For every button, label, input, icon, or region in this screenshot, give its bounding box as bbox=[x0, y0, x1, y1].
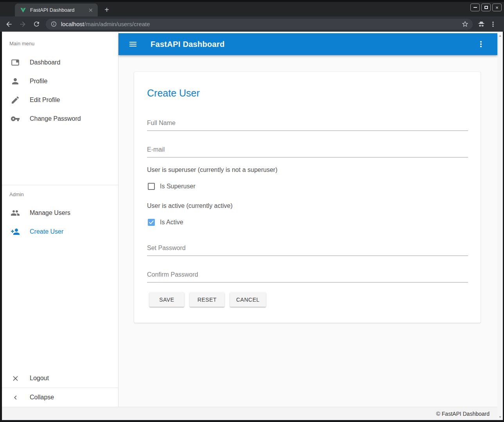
bookmark-star-icon[interactable] bbox=[461, 20, 469, 28]
sidebar-section-main-menu: Main menu bbox=[2, 41, 118, 47]
people-icon bbox=[11, 208, 20, 218]
url-text: localhost/main/admin/users/create bbox=[61, 21, 461, 27]
page-info-icon[interactable] bbox=[50, 21, 57, 27]
app-title: FastAPI Dashboard bbox=[151, 40, 225, 49]
sidebar-item-label: Logout bbox=[30, 375, 49, 382]
key-icon bbox=[11, 114, 20, 123]
sidebar-divider bbox=[2, 185, 118, 185]
pencil-icon bbox=[11, 95, 20, 105]
checkbox-label: Is Active bbox=[160, 219, 183, 226]
scroll-up-icon[interactable]: ▲ bbox=[499, 33, 502, 39]
confirm-password-input[interactable] bbox=[147, 270, 468, 283]
sidebar-main-nav: Dashboard Profile Edit Profile bbox=[2, 53, 118, 181]
sidebar-item-change-password[interactable]: Change Password bbox=[2, 109, 118, 128]
page-footer: © FastAPI Dashboard bbox=[2, 407, 503, 420]
reload-button[interactable] bbox=[32, 20, 41, 29]
page: Main menu Dashboard Profile bbox=[2, 32, 503, 420]
dashboard-icon bbox=[11, 58, 20, 67]
maximize-button[interactable] bbox=[481, 4, 491, 11]
sidebar-item-logout[interactable]: Logout bbox=[2, 369, 118, 388]
browser-menu-kebab-icon[interactable] bbox=[488, 20, 498, 29]
address-bar[interactable]: localhost/main/admin/users/create bbox=[46, 19, 473, 30]
sidebar-admin-nav: Manage Users Create User bbox=[2, 204, 118, 241]
sidebar-item-label: Collapse bbox=[30, 394, 54, 401]
person-add-icon bbox=[11, 227, 20, 236]
checkbox-unchecked-icon bbox=[148, 183, 155, 190]
browser-window: FastAPI Dashboard + × localhost/main/adm… bbox=[0, 0, 504, 422]
sidebar-item-label: Edit Profile bbox=[30, 97, 60, 104]
url-path: /main/admin/users/create bbox=[84, 21, 150, 27]
sidebar-item-label: Profile bbox=[30, 78, 47, 85]
checkbox-checked-icon bbox=[148, 219, 155, 226]
full-name-input[interactable] bbox=[147, 118, 468, 131]
reset-button[interactable]: RESET bbox=[190, 292, 224, 307]
sidebar-item-collapse[interactable]: Collapse bbox=[2, 388, 118, 407]
sidebar: Main menu Dashboard Profile bbox=[2, 32, 118, 407]
sidebar-item-dashboard[interactable]: Dashboard bbox=[2, 53, 118, 72]
copyright-text: © FastAPI Dashboard bbox=[436, 411, 490, 417]
sidebar-item-create-user[interactable]: Create User bbox=[2, 222, 118, 241]
app-menu-kebab-icon[interactable] bbox=[476, 39, 486, 49]
close-icon: × bbox=[495, 5, 499, 10]
form-buttons: SAVE RESET CANCEL bbox=[149, 292, 266, 307]
email-input[interactable] bbox=[147, 145, 468, 157]
superuser-hint: User is superuser (currently is not a su… bbox=[147, 166, 277, 173]
chevron-left-icon bbox=[11, 393, 20, 402]
sidebar-item-label: Manage Users bbox=[30, 209, 70, 216]
sidebar-item-label: Dashboard bbox=[30, 59, 60, 66]
form-title: Create User bbox=[147, 88, 200, 98]
save-button[interactable]: SAVE bbox=[149, 292, 184, 307]
sidebar-spacer bbox=[2, 241, 118, 369]
scroll-down-icon[interactable]: ▼ bbox=[499, 415, 502, 420]
incognito-icon bbox=[477, 20, 486, 29]
browser-toolbar: localhost/main/admin/users/create bbox=[0, 16, 504, 32]
sidebar-item-label: Create User bbox=[30, 228, 63, 235]
hamburger-menu-icon[interactable] bbox=[128, 39, 138, 49]
sidebar-item-edit-profile[interactable]: Edit Profile bbox=[2, 91, 118, 109]
create-user-card: Create User User is superuser (currently… bbox=[134, 72, 481, 323]
minimize-button[interactable] bbox=[470, 4, 480, 11]
browser-titlebar: FastAPI Dashboard + × bbox=[0, 0, 504, 16]
tab-title: FastAPI Dashboard bbox=[30, 7, 88, 13]
sidebar-section-admin: Admin bbox=[2, 191, 118, 198]
app-bar: FastAPI Dashboard bbox=[118, 33, 497, 55]
sidebar-item-profile[interactable]: Profile bbox=[2, 72, 118, 91]
content-area: Create User User is superuser (currently… bbox=[118, 55, 497, 407]
minimize-icon bbox=[474, 7, 477, 8]
browser-tab[interactable]: FastAPI Dashboard bbox=[15, 4, 98, 16]
new-tab-button[interactable]: + bbox=[102, 5, 111, 15]
person-icon bbox=[11, 77, 20, 86]
is-superuser-checkbox[interactable]: Is Superuser bbox=[148, 183, 196, 190]
url-host: localhost bbox=[61, 21, 84, 27]
maximize-icon bbox=[484, 6, 488, 9]
tab-close-icon[interactable] bbox=[88, 7, 94, 13]
back-button[interactable] bbox=[4, 20, 14, 29]
main-area: FastAPI Dashboard Create User User is su… bbox=[118, 32, 497, 407]
checkbox-label: Is Superuser bbox=[160, 183, 196, 190]
close-icon bbox=[11, 374, 20, 383]
window-controls: × bbox=[470, 4, 502, 11]
active-hint: User is active (currently active) bbox=[147, 202, 233, 209]
vue-logo-icon bbox=[20, 7, 26, 13]
forward-button[interactable] bbox=[18, 20, 27, 29]
cancel-button[interactable]: CANCEL bbox=[230, 292, 266, 307]
set-password-input[interactable] bbox=[147, 243, 468, 256]
sidebar-item-label: Change Password bbox=[30, 115, 81, 122]
page-scrollbar[interactable]: ▲ ▼ bbox=[497, 33, 503, 420]
sidebar-item-manage-users[interactable]: Manage Users bbox=[2, 204, 118, 222]
close-button[interactable]: × bbox=[492, 4, 502, 11]
is-active-checkbox[interactable]: Is Active bbox=[148, 219, 183, 226]
